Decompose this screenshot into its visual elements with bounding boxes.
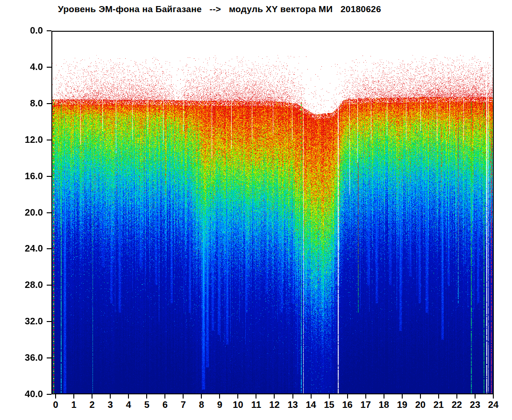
x-axis-tick xyxy=(311,394,312,399)
spectrogram-page: Уровень ЭМ-фона на Байгазане --> модуль … xyxy=(0,0,512,420)
x-axis-tick xyxy=(456,394,457,399)
y-axis-tick xyxy=(47,103,51,104)
x-tick-label: 0 xyxy=(45,399,66,410)
x-axis-tick xyxy=(237,394,238,399)
y-tick-label: 24.0 xyxy=(16,243,43,254)
x-tick-label: 2 xyxy=(82,399,102,410)
x-tick-label: 11 xyxy=(246,399,266,410)
y-axis-tick xyxy=(47,212,51,213)
x-tick-label: 24 xyxy=(483,399,504,410)
x-tick-label: 17 xyxy=(356,399,376,410)
y-tick-label: 36.0 xyxy=(16,352,43,363)
y-tick-label: 12.0 xyxy=(16,134,43,145)
x-axis-tick xyxy=(420,394,421,399)
x-axis-tick xyxy=(402,394,403,399)
x-axis-tick xyxy=(73,394,74,399)
y-tick-label: 40.0 xyxy=(16,389,43,399)
y-tick-label: 4.0 xyxy=(16,62,43,72)
y-axis-tick xyxy=(47,357,51,358)
y-tick-label: 20.0 xyxy=(16,207,43,218)
x-axis-tick xyxy=(347,394,348,399)
y-axis-tick xyxy=(47,140,51,140)
x-axis-tick xyxy=(256,394,256,399)
x-axis-tick xyxy=(55,394,56,399)
x-tick-label: 3 xyxy=(100,399,121,410)
spectrogram-canvas xyxy=(51,31,494,394)
x-axis-tick xyxy=(219,394,220,399)
y-axis-tick xyxy=(47,67,51,68)
x-tick-label: 22 xyxy=(447,399,467,410)
x-axis-tick xyxy=(493,394,494,399)
x-axis-tick xyxy=(128,394,129,399)
x-axis-tick xyxy=(164,394,165,399)
x-tick-label: 7 xyxy=(173,399,193,410)
x-tick-label: 18 xyxy=(374,399,394,410)
y-tick-label: 32.0 xyxy=(16,316,43,327)
x-axis-tick xyxy=(475,394,476,399)
y-axis-tick xyxy=(47,285,51,286)
x-axis-tick xyxy=(110,394,111,399)
x-tick-label: 19 xyxy=(392,399,412,410)
x-axis-tick xyxy=(201,394,202,399)
y-tick-label: 16.0 xyxy=(16,171,43,182)
y-tick-label: 28.0 xyxy=(16,280,43,290)
y-axis-tick xyxy=(47,321,51,322)
x-axis-tick xyxy=(274,394,275,399)
x-tick-label: 1 xyxy=(64,399,84,410)
x-tick-label: 5 xyxy=(136,399,157,410)
x-tick-label: 23 xyxy=(465,399,485,410)
x-tick-label: 9 xyxy=(209,399,230,410)
x-tick-label: 21 xyxy=(428,399,449,410)
x-axis-tick xyxy=(384,394,384,399)
chart-title: Уровень ЭМ-фона на Байгазане --> модуль … xyxy=(58,4,381,14)
x-tick-label: 14 xyxy=(301,399,321,410)
y-tick-label: 0.0 xyxy=(16,25,43,36)
x-tick-label: 8 xyxy=(191,399,212,410)
x-tick-label: 12 xyxy=(264,399,284,410)
y-axis-tick xyxy=(47,176,51,177)
x-tick-label: 16 xyxy=(337,399,358,410)
x-axis-tick xyxy=(365,394,366,399)
y-tick-label: 8.0 xyxy=(16,98,43,109)
y-axis-tick xyxy=(47,394,51,395)
x-axis-tick xyxy=(438,394,439,399)
x-tick-label: 6 xyxy=(155,399,175,410)
x-tick-label: 15 xyxy=(319,399,340,410)
x-tick-label: 10 xyxy=(228,399,248,410)
x-axis-tick xyxy=(292,394,293,399)
x-axis-tick xyxy=(183,394,184,399)
x-tick-label: 4 xyxy=(118,399,139,410)
y-axis-tick xyxy=(47,248,51,249)
x-tick-label: 13 xyxy=(283,399,303,410)
x-axis-tick xyxy=(329,394,330,399)
y-axis-tick xyxy=(47,30,51,31)
x-tick-label: 20 xyxy=(410,399,431,410)
x-axis-tick xyxy=(146,394,147,399)
x-axis-tick xyxy=(92,394,92,399)
